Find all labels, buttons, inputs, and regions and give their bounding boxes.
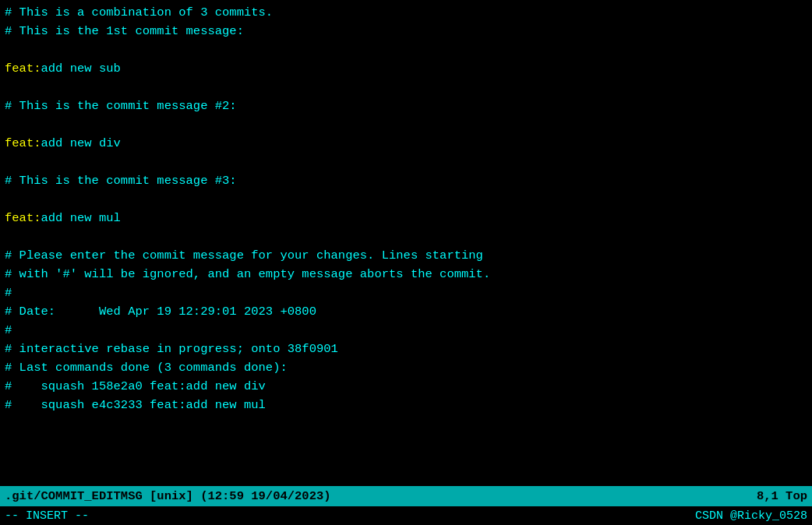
- empty-line: [5, 115, 807, 134]
- editor-line: [5, 78, 807, 97]
- comment-text: # squash 158e2a0 feat:add new div: [5, 379, 266, 393]
- comment-text: #: [5, 323, 12, 337]
- feat-rest: add new div: [41, 136, 121, 150]
- status-bar: .git/COMMIT_EDITMSG [unix] (12:59 19/04/…: [0, 486, 812, 506]
- editor-line: # This is a combination of 3 commits.: [5, 3, 807, 22]
- empty-line: [5, 78, 807, 97]
- editor-area[interactable]: # This is a combination of 3 commits.# T…: [0, 0, 812, 486]
- editor-line: # with '#' will be ignored, and an empty…: [5, 265, 807, 284]
- editor-line: #: [5, 284, 807, 302]
- comment-text: # Please enter the commit message for yo…: [5, 248, 483, 262]
- editor-line: # This is the 1st commit message:: [5, 22, 807, 41]
- empty-line: [5, 153, 807, 171]
- comment-text: # interactive rebase in progress; onto 3…: [5, 342, 338, 356]
- csdn-label: CSDN @Ricky_0528: [695, 509, 807, 523]
- comment-text: # Date: Wed Apr 19 12:29:01 2023 +0800: [5, 305, 316, 319]
- editor-line: # Last commands done (3 commands done):: [5, 358, 807, 377]
- comment-text: # Last commands done (3 commands done):: [5, 361, 288, 375]
- editor-line: # squash e4c3233 feat:add new mul: [5, 396, 807, 414]
- feat-keyword: feat:: [5, 136, 41, 150]
- editor-line: [5, 153, 807, 171]
- editor-line: feat:add new sub: [5, 59, 807, 78]
- insert-bar: -- INSERT -- CSDN @Ricky_0528: [0, 506, 812, 525]
- empty-line: [5, 41, 807, 59]
- editor-line: [5, 227, 807, 246]
- editor-line: # squash 158e2a0 feat:add new div: [5, 377, 807, 396]
- editor-line: # interactive rebase in progress; onto 3…: [5, 340, 807, 358]
- editor-line: # This is the commit message #2:: [5, 97, 807, 115]
- status-left: .git/COMMIT_EDITMSG [unix] (12:59 19/04/…: [5, 489, 331, 503]
- comment-text: #: [5, 286, 12, 300]
- editor-line: [5, 41, 807, 59]
- feat-rest: add new sub: [41, 62, 121, 76]
- comment-text: # with '#' will be ignored, and an empty…: [5, 267, 490, 281]
- comment-text: # This is the commit message #3:: [5, 174, 237, 188]
- editor-line: # Please enter the commit message for yo…: [5, 246, 807, 265]
- comment-text: # squash e4c3233 feat:add new mul: [5, 398, 266, 412]
- editor-line: feat:add new div: [5, 134, 807, 153]
- comment-text: # This is the 1st commit message:: [5, 24, 244, 38]
- editor-line: #: [5, 321, 807, 340]
- feat-keyword: feat:: [5, 211, 41, 225]
- comment-text: # This is a combination of 3 commits.: [5, 5, 273, 19]
- editor-line: feat:add new mul: [5, 209, 807, 227]
- status-right: 8,1 Top: [757, 489, 807, 503]
- feat-keyword: feat:: [5, 62, 41, 76]
- editor-line: [5, 115, 807, 134]
- lines-container: # This is a combination of 3 commits.# T…: [5, 3, 807, 414]
- empty-line: [5, 190, 807, 209]
- empty-line: [5, 227, 807, 246]
- editor-line: # This is the commit message #3:: [5, 171, 807, 190]
- feat-rest: add new mul: [41, 211, 121, 225]
- insert-label: -- INSERT --: [5, 509, 89, 523]
- editor-line: [5, 190, 807, 209]
- comment-text: # This is the commit message #2:: [5, 99, 237, 113]
- editor-line: # Date: Wed Apr 19 12:29:01 2023 +0800: [5, 302, 807, 321]
